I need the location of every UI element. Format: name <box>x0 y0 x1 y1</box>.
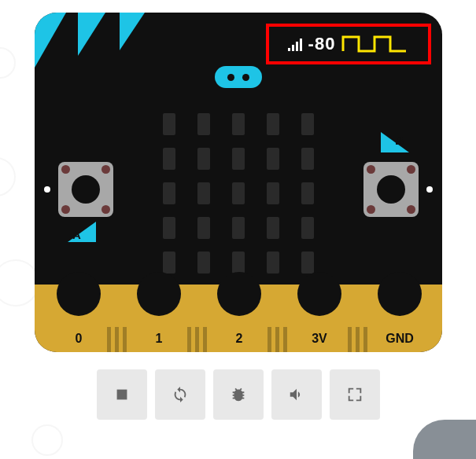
pin-ring-1[interactable] <box>137 272 181 316</box>
stop-button[interactable] <box>97 369 147 420</box>
signal-strength-icon <box>288 37 302 51</box>
connector-dot <box>44 186 50 193</box>
antenna-indicator <box>215 66 262 88</box>
sound-button[interactable] <box>271 369 322 420</box>
button-a[interactable] <box>58 162 113 217</box>
speaker-icon <box>288 386 305 403</box>
pin-label: 2 <box>236 332 243 346</box>
button-a-label: A <box>68 222 96 242</box>
led-matrix[interactable] <box>163 113 314 274</box>
stop-icon <box>113 386 131 403</box>
square-wave-icon <box>341 34 409 54</box>
decor-triangle <box>78 13 105 56</box>
help-bubble[interactable] <box>413 420 476 459</box>
pin-ring-3v[interactable] <box>297 272 341 316</box>
bug-icon <box>230 386 247 403</box>
edge-connector: 0 1 2 3V GND <box>35 285 442 352</box>
fullscreen-icon <box>346 386 363 403</box>
pin-ring-0[interactable] <box>57 272 101 316</box>
debug-button[interactable] <box>213 369 264 420</box>
microbit-board: -80 A B <box>35 13 442 352</box>
microbit-simulator: -80 A B <box>35 13 442 352</box>
pin-ring-gnd[interactable] <box>378 272 422 316</box>
decor-triangle <box>120 13 145 50</box>
pin-label: 0 <box>76 332 83 346</box>
svg-rect-0 <box>116 390 127 400</box>
pin-label: 3V <box>312 332 327 346</box>
simulator-toolbar <box>0 369 476 420</box>
decor-triangle <box>35 13 66 68</box>
pin-label: 1 <box>156 332 163 346</box>
pin-ring-2[interactable] <box>217 272 261 316</box>
button-b-label: B <box>381 132 409 152</box>
fullscreen-button[interactable] <box>330 369 380 420</box>
connector-dot <box>426 186 433 193</box>
button-b[interactable] <box>363 162 419 217</box>
radio-signal-indicator: -80 <box>266 24 431 64</box>
refresh-icon <box>172 386 189 403</box>
restart-button[interactable] <box>155 369 205 420</box>
rssi-value: -80 <box>308 34 336 54</box>
pin-label: GND <box>386 332 414 346</box>
